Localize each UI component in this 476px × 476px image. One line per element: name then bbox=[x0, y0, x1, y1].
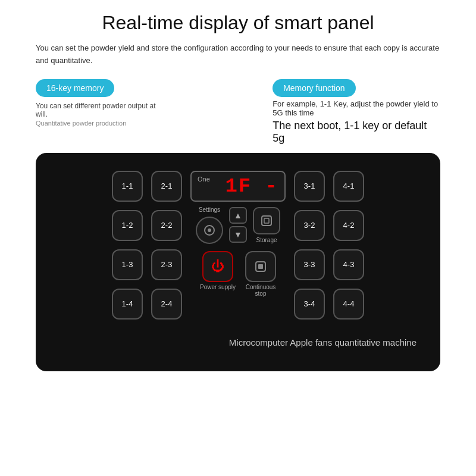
feature-right: Memory function For example, 1-1 Key, ad… bbox=[273, 79, 440, 145]
center-col: One 1F - Settings bbox=[190, 171, 286, 297]
badge-left: 16-key memory bbox=[36, 79, 114, 97]
page: Real-time display of smart panel You can… bbox=[0, 0, 476, 389]
arrow-up-button[interactable]: ▲ bbox=[229, 207, 247, 224]
smart-panel: 1-1 1-2 1-3 1-4 2-1 2-2 2-3 2-4 One 1F - bbox=[36, 153, 440, 371]
display-area: One 1F - bbox=[190, 171, 286, 202]
continuous-label: Continuous stop bbox=[245, 284, 276, 297]
col-3: 3-1 3-2 3-3 3-4 bbox=[294, 171, 325, 320]
panel-footer: Microcomputer Apple fans quantitative ma… bbox=[54, 337, 422, 347]
key-4-2[interactable]: 4-2 bbox=[333, 210, 364, 241]
col-4: 4-1 4-2 4-3 4-4 bbox=[333, 171, 364, 320]
center-top-row: Settings ▲ ▼ bbox=[196, 206, 280, 244]
storage-button[interactable] bbox=[253, 207, 280, 234]
key-4-4[interactable]: 4-4 bbox=[333, 289, 364, 320]
features-row: 16-key memory You can set different powd… bbox=[36, 79, 440, 145]
desc-left-1: You can set different powder output at w… bbox=[36, 102, 165, 118]
arrow-down-button[interactable]: ▼ bbox=[229, 226, 247, 243]
display-one-label: One bbox=[198, 176, 210, 183]
key-2-2[interactable]: 2-2 bbox=[151, 210, 182, 241]
power-label: Power supply bbox=[200, 284, 236, 290]
key-3-1[interactable]: 3-1 bbox=[294, 171, 325, 202]
storage-label: Storage bbox=[256, 237, 277, 243]
panel-grid: 1-1 1-2 1-3 1-4 2-1 2-2 2-3 2-4 One 1F - bbox=[54, 171, 422, 320]
key-4-3[interactable]: 4-3 bbox=[333, 249, 364, 280]
key-1-1[interactable]: 1-1 bbox=[112, 171, 143, 202]
svg-rect-3 bbox=[264, 218, 269, 223]
desc-left-2: Quantitative powder production bbox=[36, 120, 165, 127]
key-2-1[interactable]: 2-1 bbox=[151, 171, 182, 202]
settings-label: Settings bbox=[199, 206, 220, 213]
key-1-3[interactable]: 1-3 bbox=[112, 249, 143, 280]
center-bottom-row: ⏻ Power supply Continuous stop bbox=[200, 251, 276, 297]
key-2-4[interactable]: 2-4 bbox=[151, 289, 182, 320]
svg-rect-5 bbox=[258, 264, 263, 269]
key-1-4[interactable]: 1-4 bbox=[112, 289, 143, 320]
settings-area: Settings bbox=[196, 206, 223, 244]
desc-right-2: The next boot, 1-1 key or default 5g bbox=[273, 120, 440, 145]
settings-button[interactable] bbox=[196, 217, 223, 244]
col-1: 1-1 1-2 1-3 1-4 bbox=[112, 171, 143, 320]
display-digits: 1F - bbox=[215, 175, 278, 198]
key-4-1[interactable]: 4-1 bbox=[333, 171, 364, 202]
feature-left: 16-key memory You can set different powd… bbox=[36, 79, 165, 145]
storage-area: Storage bbox=[253, 207, 280, 243]
subtitle: You can set the powder yield and store t… bbox=[36, 42, 440, 67]
arrow-col: ▲ ▼ bbox=[229, 207, 247, 243]
col-2: 2-1 2-2 2-3 2-4 bbox=[151, 171, 182, 320]
key-3-4[interactable]: 3-4 bbox=[294, 289, 325, 320]
page-title: Real-time display of smart panel bbox=[36, 12, 440, 34]
badge-right: Memory function bbox=[273, 79, 355, 97]
continuous-button[interactable] bbox=[245, 251, 276, 282]
power-group: ⏻ Power supply bbox=[200, 251, 236, 290]
svg-rect-2 bbox=[262, 216, 271, 226]
desc-right-1: For example, 1-1 Key, adjust the powder … bbox=[273, 99, 439, 117]
svg-point-1 bbox=[208, 228, 211, 232]
key-3-3[interactable]: 3-3 bbox=[294, 249, 325, 280]
continuous-group: Continuous stop bbox=[245, 251, 276, 297]
key-3-2[interactable]: 3-2 bbox=[294, 210, 325, 241]
key-2-3[interactable]: 2-3 bbox=[151, 249, 182, 280]
key-1-2[interactable]: 1-2 bbox=[112, 210, 143, 241]
power-button[interactable]: ⏻ bbox=[202, 251, 233, 282]
